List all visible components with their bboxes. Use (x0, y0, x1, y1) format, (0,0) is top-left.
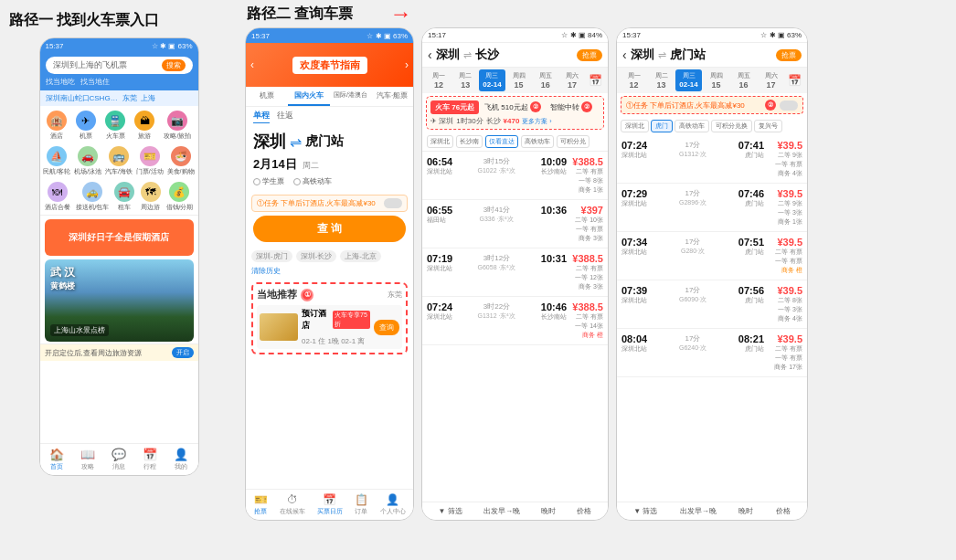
phone3-date-thu[interactable]: 周四15 (506, 69, 532, 91)
phone3-type-plane[interactable]: 飞机 510元起 ② (481, 100, 545, 114)
phone2-tab-train[interactable]: 国内火车 (288, 87, 330, 106)
phone4-task-text: ①任务 下单后订酒店,火车最高减¥30 (626, 100, 761, 111)
phone3-calendar-icon[interactable]: 📅 (586, 69, 604, 91)
phone2-tab-bus[interactable]: 汽车·船票 (371, 87, 413, 106)
phone4-date-wed[interactable]: 周三02-14 (675, 69, 702, 91)
phone4-subtab-hm[interactable]: 虎门 (651, 120, 673, 132)
phone2-date[interactable]: 2月14日 (253, 157, 297, 171)
phone2-tab-intl[interactable]: 国际/港澳台 (330, 87, 372, 106)
icon-food[interactable]: 🍜 美食/购物 (167, 146, 195, 176)
phone2-subtab-round[interactable]: 往返 (277, 110, 293, 123)
icon-ferry[interactable]: ⛵ 民航/客轮 (43, 146, 70, 176)
phone2-subtab-single[interactable]: 单程 (253, 110, 270, 123)
phone3-sort-arrive[interactable]: 晚时 (541, 506, 556, 516)
train-row-0[interactable]: 06:54 深圳北站 3时15分 G1022 ·东⁴次 10:09 长沙南站 (422, 152, 608, 200)
phone3-filter-sz[interactable]: 深圳北 (427, 135, 453, 148)
phone3-date-tue[interactable]: 周二13 (452, 69, 478, 91)
phone2-tab-flight[interactable]: 机票 (246, 87, 288, 106)
phone4-train-row-1[interactable]: 07:29 深圳北站 17分 G2896·次 07:46 虎门站 ¥39.5 (617, 184, 807, 232)
phone4-date-fri[interactable]: 周五16 (730, 69, 757, 91)
phone3-type-smart[interactable]: 智能中转 ② (547, 100, 596, 114)
phone2-history-2[interactable]: 上海-北京 (340, 250, 381, 262)
phone3-date-sat[interactable]: 周六17 (559, 69, 585, 91)
phone3-filter-cs[interactable]: 长沙南 (456, 135, 483, 148)
phone3-filter-direct[interactable]: 仅看直达 (485, 135, 518, 148)
phone2-tab-grab[interactable]: 🎫 抢票 (254, 493, 268, 516)
phone4-train-row-4[interactable]: 08:04 深圳北站 17分 G6240·次 08:21 虎门站 ¥39.5 (617, 329, 807, 377)
phone4-sort-arrive[interactable]: 晚时 (738, 506, 753, 516)
icon-strategy[interactable]: 📷 攻略/旅拍 (164, 111, 191, 141)
icon-train[interactable]: 🚆 火车票 (105, 111, 125, 141)
phone4-date-mon[interactable]: 周一12 (621, 69, 647, 91)
phone2-tab-wait[interactable]: ⏱ 在线候车 (280, 493, 305, 516)
icon-hotel[interactable]: 🏨 酒店 (47, 111, 67, 141)
phone4-grab-ticket-btn[interactable]: 抢票 (776, 49, 802, 61)
phone1-tab-strategy[interactable]: 📖 攻略 (80, 448, 95, 471)
phone4-subtab-highspeed[interactable]: 高铁动车 (675, 120, 709, 132)
icon-nearby[interactable]: 🗺 周边游 (141, 182, 161, 212)
phone2-tab-calendar[interactable]: 📅 买票日历 (317, 493, 343, 516)
city-dongguan[interactable]: 东莞 (122, 93, 137, 103)
phone3-filter-btn[interactable]: ▼ 筛选 (439, 506, 462, 516)
phone2-tab-profile[interactable]: 👤 个人中心 (380, 493, 406, 516)
phone4-toggle[interactable] (780, 100, 798, 111)
icon-flight[interactable]: ✈ 机票 (76, 111, 96, 141)
phone3-date-wed[interactable]: 周三02-14 (479, 69, 505, 91)
phone4-calendar-icon[interactable]: 📅 (785, 69, 803, 91)
phone4-train-row-2[interactable]: 07:34 深圳北站 17分 G280·次 07:51 虎门站 ¥39.5 (617, 232, 807, 280)
phone4-subtab-sz[interactable]: 深圳北 (621, 120, 649, 132)
phone1-tab-home[interactable]: 🏠 首页 (49, 448, 64, 471)
phone4-date-thu[interactable]: 周四15 (703, 69, 729, 91)
phone4-back-btn[interactable]: ‹ (622, 48, 627, 62)
phone2-history-clear[interactable]: 清除历史 (251, 266, 281, 276)
phone3-type-train[interactable]: 火车 76元起 (430, 100, 479, 114)
phone4-train-row-0[interactable]: 07:24 深圳北站 17分 G1312·次 07:41 虎门站 ¥39.5 (617, 135, 807, 184)
phone3-grab-ticket-btn[interactable]: 抢票 (577, 49, 602, 61)
phone1-tab-mine[interactable]: 👤 我的 (174, 448, 188, 471)
phone4-filter-btn[interactable]: ▼ 筛选 (633, 506, 657, 516)
phone2-history-0[interactable]: 深圳-虎门 (251, 250, 292, 262)
phone3-sort-depart[interactable]: 出发早→晚 (483, 506, 520, 516)
icon-loan[interactable]: 💰 借钱/分期 (166, 182, 194, 212)
phone3-sort-price[interactable]: 价格 (577, 506, 591, 516)
phone3-back-btn[interactable]: ‹ (428, 48, 432, 62)
phone4-train-row-3[interactable]: 07:39 深圳北站 17分 G6090·次 07:56 虎门站 ¥39.5 (617, 280, 807, 329)
icon-ticket[interactable]: 🎫 门票/活动 (136, 146, 164, 176)
phone2-ticket-student[interactable]: 学生票 (253, 176, 284, 186)
phone3-date-fri[interactable]: 周五16 (533, 69, 558, 91)
phone2-ticket-highspeed[interactable]: 高铁动车 (293, 176, 332, 186)
phone2-history-1[interactable]: 深圳-长沙 (296, 250, 337, 262)
phone3-filter-points[interactable]: 可积分兑 (557, 135, 590, 148)
train-row-1[interactable]: 06:55 福田站 3时41分 G336 ·东⁴次 10:36 ¥397 二 (422, 200, 608, 248)
phone1-tab-itinerary[interactable]: 📅 行程 (143, 448, 157, 471)
phone2-hotel-query-btn[interactable]: 查询 (374, 320, 399, 335)
icon-travel[interactable]: 🏔 旅游 (134, 111, 154, 141)
phone1-open-btn[interactable]: 开启 (172, 347, 194, 358)
phone1-search-btn[interactable]: 搜索 (162, 59, 186, 71)
phone4-sort-price[interactable]: 价格 (776, 506, 791, 516)
icon-bus[interactable]: 🚌 汽车/海铁 (105, 146, 133, 176)
phone1-find-local[interactable]: 找当地吃 (46, 77, 75, 87)
phone1-tab-messages[interactable]: 💬 消息 (112, 448, 126, 471)
train-row-3[interactable]: 07:24 深圳北站 3时22分 G1312 ·东⁴次 10:46 长沙南站 (422, 297, 608, 345)
phone4-date-tue[interactable]: 周二13 (648, 69, 675, 91)
phone2-toggle[interactable] (384, 198, 402, 208)
phone2-hotel-tag: 火车专享75折 (333, 311, 370, 329)
phone4-date-sat[interactable]: 周六17 (758, 69, 784, 91)
phone4-subtab-points[interactable]: 可积分兑换 (711, 120, 752, 132)
icon-airport[interactable]: 🚗 机场/泳池 (74, 146, 101, 176)
city-shanghai[interactable]: 上海 (141, 93, 155, 103)
phone1-locate[interactable]: 找当地住 (80, 77, 110, 87)
phone4-subtab-fuxing[interactable]: 复兴号 (754, 120, 782, 132)
phone4-sort-depart[interactable]: 出发早→晚 (680, 506, 717, 516)
train-row-2[interactable]: 07:19 深圳北站 3时12分 G6058 ·东⁴次 10:31 ¥388.5 (422, 248, 608, 297)
icon-rental[interactable]: 🚘 租车 (114, 182, 134, 212)
icon-transfer[interactable]: 🚕 接送机/包车 (76, 182, 110, 212)
phone2-swap-icon[interactable]: ⇌ (290, 133, 302, 151)
phone2-tab-order[interactable]: 📋 订单 (355, 493, 368, 516)
phone3-filter-highspeed[interactable]: 高铁动车 (521, 135, 554, 148)
phone2-query-btn[interactable]: 查 询 (253, 216, 406, 242)
phone3-date-mon[interactable]: 周一12 (426, 69, 451, 91)
city-shenzhen[interactable]: 深圳南山蛇口CSHGO欢乐酒店 (46, 93, 119, 103)
icon-meal[interactable]: 🍽 酒店合餐 (45, 182, 70, 212)
